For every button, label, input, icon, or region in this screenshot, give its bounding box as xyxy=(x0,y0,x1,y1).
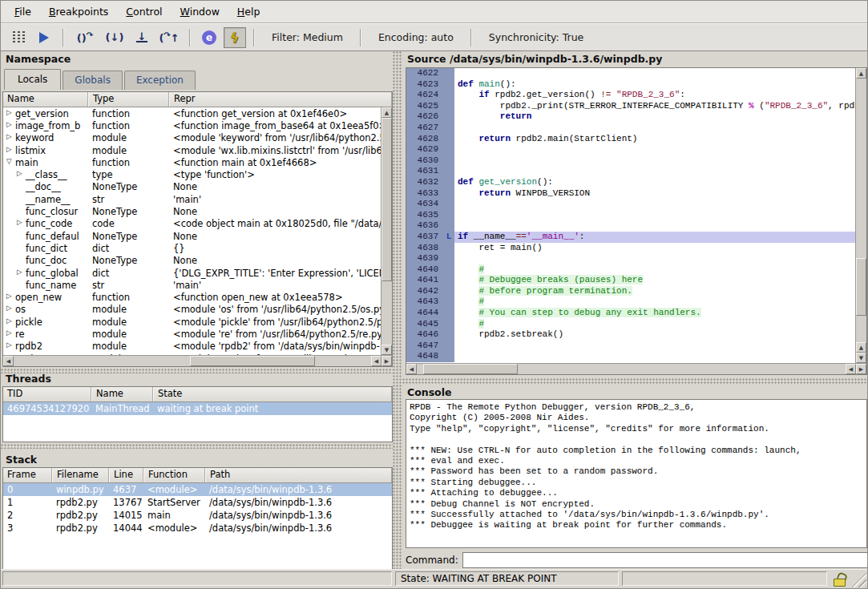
stack-frame-row[interactable]: 3rpdb2.py14044<module>/data/sys/bin/winp… xyxy=(3,522,392,535)
namespace-row[interactable]: func_namestr'main' xyxy=(3,279,381,291)
go-button[interactable] xyxy=(33,27,55,48)
collapsed-triangle-icon[interactable]: ▷ xyxy=(6,132,15,143)
source-line[interactable]: 4640 # xyxy=(406,264,855,276)
column-header-tid[interactable]: TID xyxy=(3,387,91,401)
namespace-row[interactable]: __name__str'main' xyxy=(3,193,381,205)
source-line[interactable]: 4628 return rpdb2.main(StartClient) xyxy=(406,134,855,145)
break-button[interactable] xyxy=(7,27,30,48)
collapsed-triangle-icon[interactable]: ▷ xyxy=(6,292,15,303)
source-line[interactable]: 4647 xyxy=(406,341,855,352)
namespace-row[interactable]: ▷socketmodule<module 'socket' from '/usr… xyxy=(3,353,381,355)
column-header-path[interactable]: Path xyxy=(205,468,392,482)
collapsed-triangle-icon[interactable]: ▷ xyxy=(17,268,26,279)
namespace-row[interactable]: ▷picklemodule<module 'pickle' from '/usr… xyxy=(3,316,381,328)
menu-item-file[interactable]: File xyxy=(6,2,40,21)
namespace-row[interactable]: ▷func_codecode<code object main at 0x180… xyxy=(3,218,381,230)
scroll-right-icon[interactable]: ▶ xyxy=(856,364,866,374)
source-line[interactable]: 4623def main(): xyxy=(406,79,855,91)
collapsed-triangle-icon[interactable]: ▷ xyxy=(6,341,15,352)
namespace-row[interactable]: ▷__class__type<type 'function'> xyxy=(3,168,381,180)
source-line[interactable]: 4639 xyxy=(406,253,855,264)
namespace-row[interactable]: func_closurNoneTypeNone xyxy=(3,205,381,217)
menu-item-window[interactable]: Window xyxy=(172,2,228,21)
scroll-down-icon[interactable]: ▼ xyxy=(856,353,866,363)
namespace-row[interactable]: ▷listmixmodule<module 'wx.lib.mixins.lis… xyxy=(3,144,381,156)
collapsed-triangle-icon[interactable]: ▷ xyxy=(17,218,26,229)
scroll-up-icon[interactable]: ▲ xyxy=(856,342,866,353)
source-line[interactable]: 4624 if rpdb2.get_version() != "RPDB_2_3… xyxy=(406,90,855,101)
source-line[interactable]: 4630 xyxy=(406,155,855,167)
menu-item-breakpoints[interactable]: Breakpoints xyxy=(40,2,117,21)
collapsed-triangle-icon[interactable]: ▷ xyxy=(6,329,15,340)
column-header-line[interactable]: Line xyxy=(109,468,143,482)
vertical-splitter[interactable] xyxy=(393,51,402,571)
scroll-down-icon[interactable]: ▼ xyxy=(382,345,392,355)
horizontal-splitter[interactable] xyxy=(1,444,393,449)
namespace-horizontal-scrollbar[interactable]: ◀ ◀ ▶ xyxy=(3,355,392,366)
return-button[interactable]: ↓ xyxy=(131,27,153,48)
source-view[interactable]: 46224623def main():4624 if rpdb2.get_ver… xyxy=(406,67,867,375)
stack-frame-row[interactable]: 0winpdb.py4637<module>/data/sys/bin/winp… xyxy=(3,483,392,496)
namespace-row[interactable]: ▷image_from_bfunction<function image_fro… xyxy=(3,119,381,131)
namespace-row[interactable]: func_docNoneTypeNone xyxy=(3,255,381,267)
namespace-row[interactable]: ▷rpdb2module<module 'rpdb2' from '/data/… xyxy=(3,341,381,353)
column-header-frame[interactable]: Frame xyxy=(3,468,52,482)
source-line[interactable]: 4626 return xyxy=(406,111,855,123)
namespace-row[interactable]: ▷keywordmodule<module 'keyword' from '/u… xyxy=(3,132,381,144)
collapsed-triangle-icon[interactable]: ▷ xyxy=(6,353,15,355)
namespace-row[interactable]: func_defaulNoneTypeNone xyxy=(3,230,381,242)
resize-grip[interactable] xyxy=(850,571,866,587)
column-header-function[interactable]: Function xyxy=(143,468,205,482)
source-line[interactable]: 4643 # xyxy=(406,297,855,308)
column-header-state[interactable]: State xyxy=(153,387,392,401)
command-input[interactable] xyxy=(462,552,868,568)
collapsed-triangle-icon[interactable]: ▷ xyxy=(6,108,15,119)
scroll-left-icon[interactable]: ◀ xyxy=(846,364,856,374)
source-line[interactable]: 4638 ret = main() xyxy=(406,243,855,254)
menu-item-help[interactable]: Help xyxy=(228,2,269,21)
stack-frame-row[interactable]: 1rpdb2.py13767StartServer/data/sys/bin/w… xyxy=(3,496,392,509)
step-into-button[interactable]: (↓) xyxy=(102,27,127,48)
source-line[interactable]: 4637Lif __name__=='__main__': xyxy=(406,232,855,243)
collapsed-triangle-icon[interactable]: ▷ xyxy=(17,169,26,180)
source-line[interactable]: 4622 xyxy=(406,68,855,79)
namespace-row[interactable]: ▷func_globaldict{'DLG_EXPR_TITLE': 'Ente… xyxy=(3,267,381,279)
namespace-vertical-scrollbar[interactable]: ▲ ▼ xyxy=(381,107,392,355)
scroll-right-icon[interactable]: ▶ xyxy=(382,356,392,366)
expanded-triangle-icon[interactable]: ▽ xyxy=(6,157,15,168)
scroll-up-icon[interactable]: ▲ xyxy=(382,107,392,118)
namespace-row[interactable]: ▷osmodule<module 'os' from '/usr/lib64/p… xyxy=(3,304,381,316)
source-line[interactable]: 4633 return WINPDB_VERSION xyxy=(406,188,855,200)
source-line[interactable]: 4642 # before program termination. xyxy=(406,286,855,297)
goto-button[interactable]: (↷↑ xyxy=(156,27,182,48)
column-header-filename[interactable]: Filename xyxy=(52,468,109,482)
column-header-type[interactable]: Type xyxy=(88,92,169,107)
horizontal-splitter[interactable] xyxy=(402,378,868,385)
source-line[interactable]: 4627 xyxy=(406,123,855,134)
stack-frame-row[interactable]: 2rpdb2.py14015main/data/sys/bin/winpdb-1… xyxy=(3,509,392,522)
namespace-row[interactable]: func_dictdict{} xyxy=(3,242,381,254)
collapsed-triangle-icon[interactable]: ▷ xyxy=(6,304,15,315)
source-line[interactable]: 4629 xyxy=(406,144,855,155)
column-header-name[interactable]: Name xyxy=(91,387,153,401)
scroll-left-icon[interactable]: ◀ xyxy=(371,356,382,366)
tab-locals[interactable]: Locals xyxy=(4,69,61,90)
source-line[interactable]: 4635 xyxy=(406,210,855,221)
source-vertical-scrollbar[interactable]: ▲ ▲ ▼ xyxy=(855,68,866,363)
source-line[interactable]: 4641 # Debuggee breaks (pauses) here xyxy=(406,275,855,286)
tab-exception[interactable]: Exception xyxy=(124,71,196,90)
break-now-button[interactable]: ϟ xyxy=(224,27,246,48)
horizontal-splitter[interactable] xyxy=(1,369,393,373)
namespace-row[interactable]: ▷remodule<module 're' from '/usr/lib64/p… xyxy=(3,328,381,340)
analyze-exception-button[interactable]: e xyxy=(198,27,220,48)
source-line[interactable]: 4625 rpdb2._print(STR_ERROR_INTERFACE_CO… xyxy=(406,101,855,112)
namespace-row[interactable]: ▷get_versionfunction<function get_versio… xyxy=(3,107,381,119)
menu-item-control[interactable]: Control xyxy=(117,2,171,21)
source-line[interactable]: 4646 rpdb2.setbreak() xyxy=(406,329,855,341)
source-line[interactable]: 4634 xyxy=(406,199,855,210)
source-line[interactable]: 4632def get_version(): xyxy=(406,177,855,188)
namespace-row[interactable]: __doc__NoneTypeNone xyxy=(3,181,381,193)
source-line[interactable]: 4644 # You can step to debug any exit ha… xyxy=(406,308,855,319)
source-line[interactable]: 4648 xyxy=(406,351,855,362)
column-header-repr[interactable]: Repr xyxy=(169,92,392,107)
